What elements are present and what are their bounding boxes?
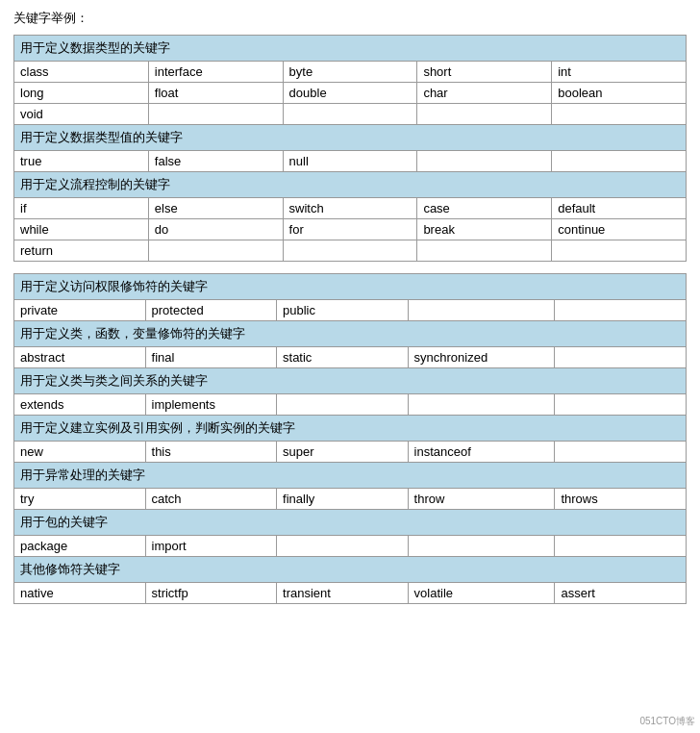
- table-cell: super: [277, 442, 409, 463]
- table-row: classinterfacebyteshortint: [14, 62, 687, 83]
- table-cell: [417, 240, 552, 262]
- table-cell: [552, 151, 687, 172]
- table1: 用于定义数据类型的关键字classinterfacebyteshortintlo…: [13, 35, 687, 262]
- table-cell: package: [14, 536, 146, 557]
- table-row: privateprotectedpublic: [14, 300, 687, 321]
- table-cell: [408, 300, 555, 321]
- table-cell: [552, 240, 687, 262]
- table-cell: new: [14, 442, 146, 463]
- section-header: 用于包的关键字: [14, 510, 687, 536]
- table-cell: public: [277, 300, 409, 321]
- table-row: extendsimplements: [14, 394, 687, 416]
- table-cell: assert: [555, 583, 687, 604]
- table-row: whiledoforbreakcontinue: [14, 219, 687, 240]
- table-cell: interface: [148, 62, 283, 83]
- table-cell: break: [417, 219, 552, 240]
- table-cell: catch: [145, 489, 277, 510]
- page-title: 关键字举例：: [13, 10, 687, 27]
- table-cell: switch: [283, 198, 417, 219]
- table-cell: [277, 394, 409, 416]
- table-cell: [417, 104, 552, 125]
- table-cell: throw: [408, 489, 555, 510]
- table-cell: protected: [145, 300, 277, 321]
- table-cell: continue: [552, 219, 687, 240]
- table-cell: if: [14, 198, 149, 219]
- table-cell: [555, 347, 687, 368]
- section-header: 用于定义类与类之间关系的关键字: [14, 368, 687, 394]
- table-cell: finally: [277, 489, 409, 510]
- table-cell: synchronized: [408, 347, 555, 368]
- table-cell: float: [148, 83, 283, 104]
- table-cell: null: [283, 151, 417, 172]
- table-cell: while: [14, 219, 149, 240]
- table-cell: int: [552, 62, 687, 83]
- table-cell: double: [283, 83, 417, 104]
- table-row: newthissuperinstanceof: [14, 442, 687, 463]
- table-cell: try: [14, 489, 146, 510]
- table-cell: for: [283, 219, 417, 240]
- table-cell: final: [145, 347, 277, 368]
- table-cell: class: [14, 62, 149, 83]
- table-cell: [277, 536, 409, 557]
- table-cell: static: [277, 347, 409, 368]
- table-cell: native: [14, 583, 146, 604]
- table-cell: [408, 536, 555, 557]
- table-cell: import: [145, 536, 277, 557]
- table-cell: private: [14, 300, 146, 321]
- table-cell: true: [14, 151, 149, 172]
- table-cell: [555, 300, 687, 321]
- table-cell: return: [14, 240, 149, 262]
- table-row: packageimport: [14, 536, 687, 557]
- table-row: ifelseswitchcasedefault: [14, 198, 687, 219]
- table-cell: void: [14, 104, 149, 125]
- table-cell: boolean: [552, 83, 687, 104]
- table-row: return: [14, 240, 687, 262]
- table-row: longfloatdoublecharboolean: [14, 83, 687, 104]
- table-cell: byte: [283, 62, 417, 83]
- table-cell: do: [148, 219, 283, 240]
- table-cell: [417, 151, 552, 172]
- section-header: 用于定义类，函数，变量修饰符的关键字: [14, 321, 687, 347]
- table-cell: default: [552, 198, 687, 219]
- section-header: 用于定义建立实例及引用实例，判断实例的关键字: [14, 416, 687, 442]
- table-cell: this: [145, 442, 277, 463]
- table2: 用于定义访问权限修饰符的关键字privateprotectedpublic用于定…: [13, 273, 687, 604]
- table-row: abstractfinalstaticsynchronized: [14, 347, 687, 368]
- table-cell: [555, 442, 687, 463]
- table-cell: [555, 536, 687, 557]
- table-cell: else: [148, 198, 283, 219]
- section-header: 用于定义数据类型的关键字: [14, 36, 687, 62]
- table-row: nativestrictfptransientvolatileassert: [14, 583, 687, 604]
- table-cell: instanceof: [408, 442, 555, 463]
- table-cell: [552, 104, 687, 125]
- section-header: 其他修饰符关键字: [14, 557, 687, 583]
- table-cell: volatile: [408, 583, 555, 604]
- table-cell: throws: [555, 489, 687, 510]
- table-cell: [148, 104, 283, 125]
- table-row: void: [14, 104, 687, 125]
- section-header: 用于定义访问权限修饰符的关键字: [14, 274, 687, 300]
- section-header: 用于异常处理的关键字: [14, 463, 687, 489]
- table-cell: transient: [277, 583, 409, 604]
- section-header: 用于定义数据类型值的关键字: [14, 125, 687, 151]
- table-cell: [148, 240, 283, 262]
- table-cell: case: [417, 198, 552, 219]
- table-row: trycatchfinallythrowthrows: [14, 489, 687, 510]
- table-cell: strictfp: [145, 583, 277, 604]
- table-cell: implements: [145, 394, 277, 416]
- table-cell: [408, 394, 555, 416]
- table-cell: short: [417, 62, 552, 83]
- table-cell: [283, 240, 417, 262]
- section-header: 用于定义流程控制的关键字: [14, 172, 687, 198]
- table-cell: extends: [14, 394, 146, 416]
- table-row: truefalsenull: [14, 151, 687, 172]
- table-cell: [283, 104, 417, 125]
- table-cell: long: [14, 83, 149, 104]
- table-cell: char: [417, 83, 552, 104]
- table-cell: abstract: [14, 347, 146, 368]
- table-cell: [555, 394, 687, 416]
- table-cell: false: [148, 151, 283, 172]
